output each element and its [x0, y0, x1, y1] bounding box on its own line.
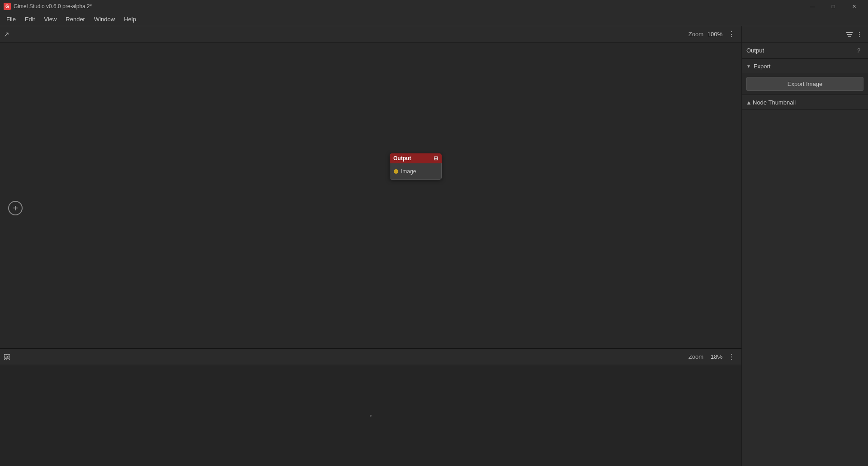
image-zoom-value: 18% [706, 353, 722, 360]
menu-window[interactable]: Window [90, 14, 119, 24]
output-node-header: Output ⊟ [390, 153, 442, 163]
image-viewer-more-button[interactable]: ⋮ [725, 351, 738, 363]
titlebar-title: Gimel Studio v0.6.0 pre-alpha 2* [14, 3, 92, 10]
export-section-header[interactable]: ▼ Export [742, 59, 868, 73]
menu-edit[interactable]: Edit [20, 14, 39, 24]
export-section: ▼ Export Export Image [742, 59, 868, 95]
titlebar-controls: — □ ✕ [802, 0, 864, 13]
image-viewer-icon: 🖼 [4, 353, 10, 361]
titlebar: G Gimel Studio v0.6.0 pre-alpha 2* — □ ✕ [0, 0, 868, 13]
output-node-title: Output [393, 155, 411, 162]
menubar: File Edit View Render Window Help [0, 13, 868, 26]
node-canvas[interactable]: Output ⊟ Image + [0, 43, 741, 348]
right-panel-title: Output [746, 47, 764, 54]
export-chevron: ▼ [746, 64, 751, 69]
image-viewer-canvas[interactable] [0, 365, 741, 466]
node-port-label: Image [401, 168, 416, 175]
export-section-label: Export [754, 63, 771, 70]
image-zoom-label: Zoom [689, 353, 703, 360]
main-layout: ↗ Zoom 100% ⋮ Output ⊟ Image [0, 26, 868, 466]
help-icon[interactable]: ? [854, 46, 863, 56]
zoom-label: Zoom [689, 31, 703, 38]
svg-rect-0 [846, 32, 853, 33]
menu-render[interactable]: Render [61, 14, 90, 24]
output-node-body: Image [390, 163, 442, 180]
panel-more-icon[interactable]: ⋮ [854, 29, 864, 39]
image-viewer-zoom-group: Zoom 18% ⋮ [689, 351, 738, 363]
node-collapse-icon[interactable]: ⊟ [434, 155, 438, 162]
node-toolbar: ↗ Zoom 100% ⋮ [0, 26, 741, 43]
zoom-value: 100% [706, 31, 722, 38]
filter-icon[interactable] [844, 29, 854, 39]
svg-rect-1 [847, 34, 852, 35]
right-panel-header: Output ? [742, 43, 868, 59]
node-thumbnail-section: ▶ Node Thumbnail [742, 95, 868, 110]
right-panel-toolbar: ⋮ [742, 26, 868, 43]
menu-file[interactable]: File [2, 14, 20, 24]
output-node[interactable]: Output ⊟ Image [390, 153, 442, 180]
node-thumbnail-chevron: ▶ [746, 100, 751, 104]
canvas-center-dot [370, 415, 372, 417]
menu-help[interactable]: Help [119, 14, 141, 24]
add-node-button[interactable]: + [8, 201, 23, 215]
image-viewer-toolbar: 🖼 Zoom 18% ⋮ [0, 349, 741, 365]
node-thumbnail-section-header[interactable]: ▶ Node Thumbnail [742, 95, 868, 109]
maximize-button[interactable]: □ [823, 0, 844, 13]
node-thumbnail-section-label: Node Thumbnail [753, 99, 796, 106]
editor-area: ↗ Zoom 100% ⋮ Output ⊟ Image [0, 26, 741, 466]
share-icon[interactable]: ↗ [4, 30, 9, 38]
image-viewer: 🖼 Zoom 18% ⋮ [0, 348, 741, 466]
app-icon: G [4, 3, 11, 10]
menu-view[interactable]: View [39, 14, 61, 24]
close-button[interactable]: ✕ [844, 0, 864, 13]
minimize-button[interactable]: — [802, 0, 823, 13]
node-more-button[interactable]: ⋮ [725, 28, 738, 41]
export-section-content: Export Image [742, 73, 868, 95]
export-image-button[interactable]: Export Image [746, 77, 863, 91]
right-panel: ⋮ Output ? ▼ Export Export Image ▶ Node … [741, 26, 868, 466]
node-port-dot [394, 169, 398, 174]
svg-rect-2 [848, 36, 851, 37]
node-toolbar-right: Zoom 100% ⋮ [689, 28, 738, 41]
node-toolbar-left: ↗ [4, 30, 9, 38]
titlebar-left: G Gimel Studio v0.6.0 pre-alpha 2* [4, 3, 92, 10]
